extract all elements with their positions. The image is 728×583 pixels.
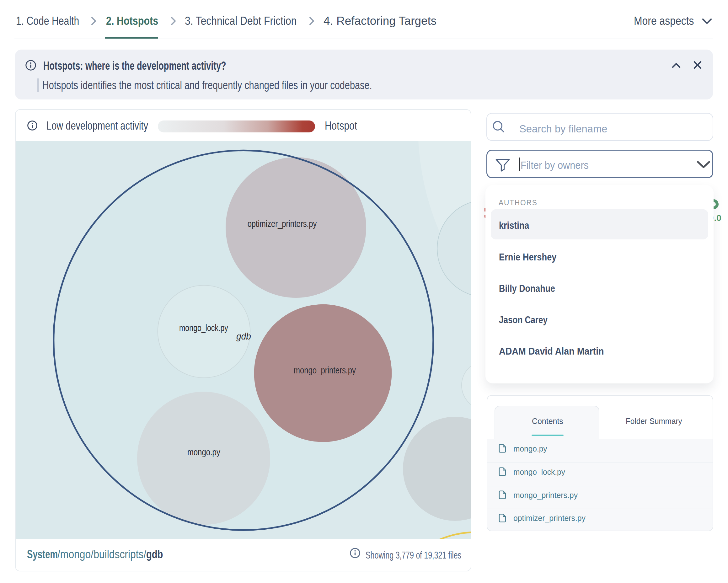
svg-text:optimizer_printers.py: optimizer_printers.py: [248, 218, 317, 229]
svg-text:gdb: gdb: [236, 331, 251, 341]
svg-text:mongo_lock.py: mongo_lock.py: [179, 323, 228, 333]
svg-text:mongo.py: mongo.py: [187, 447, 220, 457]
svg-text:mongo_printers.py: mongo_printers.py: [294, 365, 356, 375]
